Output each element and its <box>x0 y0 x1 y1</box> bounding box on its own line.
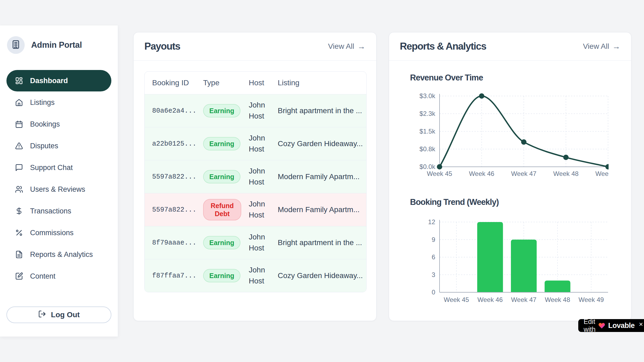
column-header: Type <box>203 79 249 87</box>
host-cell: John Host <box>249 133 278 154</box>
edit-with-label: Edit with <box>584 318 595 333</box>
type-badge: Earning <box>203 137 240 150</box>
svg-text:$2.3k: $2.3k <box>419 110 436 117</box>
reports-card-header: Reports & Analytics View All → <box>389 32 631 61</box>
column-header: Booking ID <box>152 79 203 87</box>
type-cell: Earning <box>203 269 249 282</box>
svg-text:$0.0k: $0.0k <box>419 163 436 170</box>
type-cell: Earning <box>203 137 249 150</box>
message-icon <box>15 164 23 172</box>
sidebar-item-label: Commissions <box>30 229 74 237</box>
booking-id-cell: 80a6e2a4... <box>152 107 203 115</box>
svg-text:$1.5k: $1.5k <box>419 128 436 135</box>
alert-triangle-icon <box>15 142 23 150</box>
type-badge: Earning <box>203 104 240 117</box>
file-text-icon <box>15 250 23 258</box>
view-all-label: View All <box>328 42 354 51</box>
sidebar-item-users-reviews[interactable]: Users & Reviews <box>6 179 111 200</box>
file-edit-icon <box>15 272 23 280</box>
payouts-view-all-link[interactable]: View All → <box>328 42 365 51</box>
sidebar-nav: DashboardListingsBookingsDisputesSupport… <box>6 70 111 287</box>
table-row[interactable]: a22b0125...EarningJohn HostCozy Garden H… <box>145 127 366 160</box>
sidebar-item-bookings[interactable]: Bookings <box>6 113 111 135</box>
reports-view-all-link[interactable]: View All → <box>583 42 620 51</box>
logout-button[interactable]: Log Out <box>6 306 111 323</box>
svg-text:12: 12 <box>428 218 435 226</box>
listing-cell: Bright apartment in the ... <box>278 106 366 115</box>
sidebar-item-listings[interactable]: Listings <box>6 92 111 113</box>
users-icon <box>15 185 23 193</box>
svg-text:Week 45: Week 45 <box>427 170 452 177</box>
svg-text:$3.0k: $3.0k <box>419 92 436 99</box>
svg-text:6: 6 <box>432 253 435 261</box>
type-badge: Refund Debt <box>203 199 241 220</box>
booking-trend-chart-title: Booking Trend (Weekly) <box>410 197 620 207</box>
percent-icon <box>15 229 23 237</box>
arrow-right-icon: → <box>612 42 620 50</box>
table-row[interactable]: 8f79aaae...EarningJohn HostBright apartm… <box>145 226 366 259</box>
sidebar-item-label: Support Chat <box>30 164 73 172</box>
sidebar-item-support-chat[interactable]: Support Chat <box>6 157 111 178</box>
type-cell: Earning <box>203 104 249 117</box>
payouts-title: Payouts <box>144 41 180 52</box>
svg-text:Week 47: Week 47 <box>511 296 536 303</box>
payouts-table: Booking IDTypeHostListing80a6e2a4...Earn… <box>144 71 367 292</box>
listing-cell: Cozy Garden Hideaway... <box>278 271 366 280</box>
payouts-card-header: Payouts View All → <box>134 32 376 61</box>
booking-trend-bar-chart: 036912Week 45Week 46Week 47Week 48Week 4… <box>410 214 620 308</box>
sidebar-item-label: Transactions <box>30 207 71 215</box>
listing-cell: Cozy Garden Hideaway... <box>278 139 366 148</box>
sidebar-item-content[interactable]: Content <box>6 265 111 287</box>
sidebar-item-label: Listings <box>30 98 55 107</box>
table-row[interactable]: 5597a822...EarningJohn HostModern Family… <box>145 160 366 193</box>
logout-label: Log Out <box>51 311 80 319</box>
sidebar-item-dashboard[interactable]: Dashboard <box>6 70 111 91</box>
table-row[interactable]: 5597a822...Refund DebtJohn HostModern Fa… <box>145 193 366 226</box>
svg-text:Week 46: Week 46 <box>469 170 494 177</box>
svg-text:Week 49: Week 49 <box>595 170 609 177</box>
calendar-icon <box>15 120 23 128</box>
column-header: Host <box>249 79 278 87</box>
host-cell: John Host <box>249 265 278 286</box>
edit-with-lovable-badge[interactable]: Edit with Lovable × <box>578 319 644 332</box>
host-cell: John Host <box>249 100 278 121</box>
svg-text:Week 46: Week 46 <box>477 296 503 303</box>
svg-text:Week 45: Week 45 <box>444 296 469 303</box>
type-badge: Earning <box>203 269 240 282</box>
sidebar-item-disputes[interactable]: Disputes <box>6 135 111 157</box>
svg-text:Week 47: Week 47 <box>511 170 536 177</box>
arrow-right-icon: → <box>357 42 365 50</box>
logout-icon <box>38 310 46 320</box>
host-cell: John Host <box>249 232 278 253</box>
type-badge: Earning <box>203 170 240 183</box>
brand-title: Admin Portal <box>31 40 82 50</box>
sidebar-item-reports-analytics[interactable]: Reports & Analytics <box>6 244 111 265</box>
booking-id-cell: 5597a822... <box>152 206 203 214</box>
close-icon[interactable]: × <box>639 319 643 330</box>
svg-text:9: 9 <box>432 236 435 243</box>
sidebar-item-label: Bookings <box>30 120 60 128</box>
sidebar-item-commissions[interactable]: Commissions <box>6 222 111 243</box>
listing-cell: Modern Family Apartm... <box>278 205 366 214</box>
payouts-card: Payouts View All → Booking IDTypeHostLis… <box>133 32 376 321</box>
sidebar-item-label: Dashboard <box>30 77 68 85</box>
reports-card: Reports & Analytics View All → Revenue O… <box>389 32 631 321</box>
sidebar-item-label: Disputes <box>30 142 58 150</box>
brand: Admin Portal <box>6 36 111 54</box>
lovable-brand-label: Lovable <box>608 322 635 330</box>
type-badge: Earning <box>203 236 240 249</box>
host-cell: John Host <box>249 199 278 220</box>
sidebar-item-transactions[interactable]: Transactions <box>6 200 111 222</box>
booking-id-cell: 5597a822... <box>152 173 203 181</box>
type-cell: Earning <box>203 170 249 183</box>
svg-text:0: 0 <box>432 289 435 296</box>
booking-id-cell: 8f79aaae... <box>152 239 203 247</box>
view-all-label: View All <box>583 42 609 51</box>
brand-avatar <box>7 36 25 54</box>
dashboard-icon <box>15 77 23 85</box>
table-row[interactable]: 80a6e2a4...EarningJohn HostBright apartm… <box>145 94 366 127</box>
table-row[interactable]: f87ffaa7...EarningJohn HostCozy Garden H… <box>145 259 366 292</box>
table-header-row: Booking IDTypeHostListing <box>145 72 366 94</box>
dollar-icon <box>15 207 23 215</box>
listing-cell: Modern Family Apartm... <box>278 172 366 181</box>
